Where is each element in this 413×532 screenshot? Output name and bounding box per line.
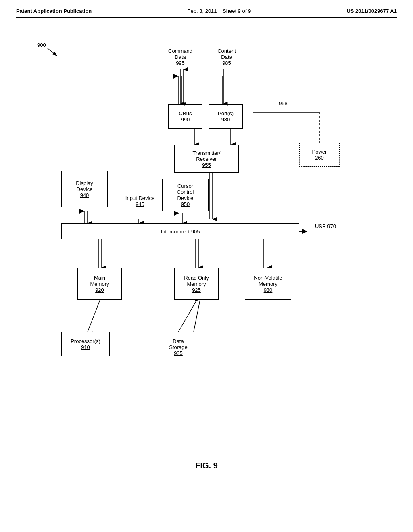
transmitter-receiver-box: Transmitter/Receiver 955 [174, 145, 239, 173]
transmitter-receiver-ref: 955 [202, 162, 211, 168]
ref-958-label: 958 [275, 100, 291, 106]
header-sheet: Sheet 9 of 9 [223, 8, 251, 14]
input-device-label: Input Device [125, 195, 154, 201]
cursor-control-label: CursorControlDevice [177, 183, 194, 201]
display-device-box: DisplayDevice 940 [61, 171, 108, 207]
interconnect-label: Interconnect 905 [161, 229, 200, 235]
input-device-box: Input Device 945 [116, 183, 164, 219]
header-date: Feb. 3, 2011 [188, 8, 217, 14]
data-storage-ref: 935 [174, 350, 183, 356]
content-data-label: ContentData985 [209, 48, 245, 66]
read-only-memory-box: Read OnlyMemory 925 [174, 268, 219, 300]
figure-caption: FIG. 9 [16, 461, 397, 470]
cursor-control-ref: 950 [181, 201, 190, 207]
main-memory-ref: 920 [95, 287, 104, 293]
read-only-memory-ref: 925 [192, 287, 201, 293]
processor-box: Processor(s) 910 [61, 332, 110, 356]
read-only-memory-label: Read OnlyMemory [184, 275, 209, 287]
power-box: Power 260 [299, 143, 340, 167]
main-memory-label: MainMemory [90, 275, 109, 287]
power-ref: 260 [315, 155, 324, 161]
ports-box: Port(s)980 [209, 104, 243, 129]
non-volatile-memory-ref: 930 [264, 287, 273, 293]
transmitter-receiver-label: Transmitter/Receiver [193, 150, 221, 162]
svg-line-31 [178, 300, 197, 332]
display-device-label: DisplayDevice [76, 180, 93, 192]
page-header: Patent Application Publication Feb. 3, 2… [16, 8, 397, 18]
main-memory-box: MainMemory 920 [77, 268, 122, 300]
usb-label: USB 970 [307, 223, 344, 229]
interconnect-box: Interconnect 905 [61, 223, 299, 239]
data-storage-box: DataStorage 935 [156, 332, 200, 362]
header-patent-number: US 2011/0029677 A1 [346, 8, 397, 14]
processor-label: Processor(s) [71, 338, 100, 344]
interconnect-ref: 905 [191, 229, 200, 235]
processor-ref: 910 [81, 344, 90, 350]
display-device-ref: 940 [80, 192, 89, 198]
cbus-label: CBus990 [179, 110, 192, 123]
diagram-area: 900 [25, 26, 388, 449]
page: Patent Application Publication Feb. 3, 2… [0, 0, 413, 532]
cbus-box: CBus990 [168, 104, 202, 129]
usb-ref: 970 [327, 223, 336, 229]
cursor-control-box: CursorControlDevice 950 [162, 179, 209, 211]
data-storage-label: DataStorage [169, 338, 188, 350]
header-publication: Patent Application Publication [16, 8, 92, 14]
non-volatile-memory-label: Non-VolatileMemory [254, 275, 282, 287]
diagram-number-label: 900 [37, 42, 46, 48]
svg-line-30 [88, 300, 100, 332]
command-data-label: CommandData995 [162, 48, 198, 66]
svg-line-7 [47, 48, 57, 56]
non-volatile-memory-box: Non-VolatileMemory 930 [245, 268, 291, 300]
power-label: Power [312, 149, 327, 155]
header-date-sheet: Feb. 3, 2011 Sheet 9 of 9 [188, 8, 251, 14]
svg-line-32 [194, 300, 200, 332]
input-device-ref: 945 [136, 201, 144, 207]
ports-label: Port(s)980 [218, 110, 234, 123]
